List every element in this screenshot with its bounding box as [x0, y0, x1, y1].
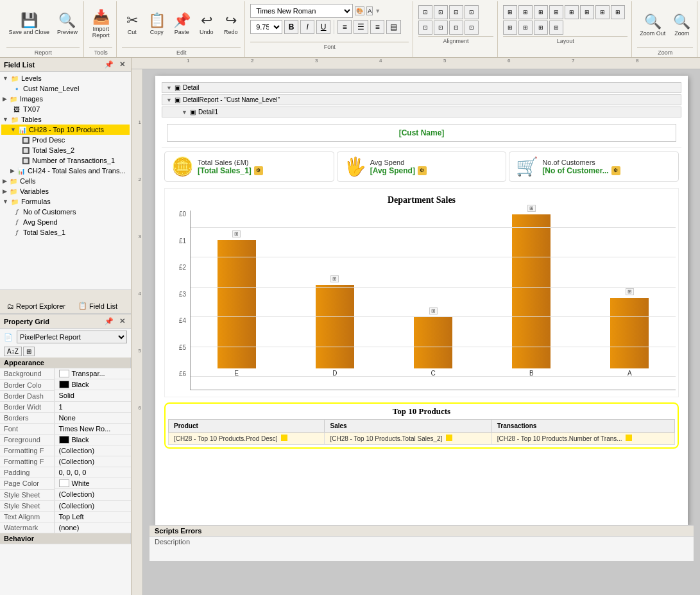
paste-button[interactable]: 📌 Paste [170, 12, 194, 37]
layout-btn-7[interactable]: ⊞ [595, 5, 610, 19]
font-color2-btn[interactable]: A [366, 6, 373, 15]
prop-borders-value[interactable]: None [55, 412, 131, 423]
zoom-in-button[interactable]: 🔍 Zoom [670, 13, 694, 39]
prod-desc-badge[interactable] [281, 435, 287, 441]
preview-button[interactable]: 🔍 Preview [54, 12, 81, 37]
field-list-close-btn[interactable]: ✕ [117, 60, 127, 69]
detail1-section-header[interactable]: ▼ ▣ Detail1 [162, 107, 681, 117]
layout-btn-4[interactable]: ⊞ [549, 5, 563, 19]
undo-button[interactable]: ↩ Undo [195, 12, 218, 37]
tree-item-prod-desc[interactable]: 🔲 Prod Desc [1, 135, 130, 145]
tree-item-tx07[interactable]: 🖼 TX07 [1, 104, 130, 114]
justify-btn[interactable]: ▤ [386, 20, 401, 34]
align-btn-2[interactable]: ⊡ [434, 5, 448, 19]
prop-border-color-value[interactable]: Black [55, 379, 131, 390]
kpi-total-sales-badge[interactable]: ⚙ [254, 166, 263, 175]
prop-border-width-value[interactable]: 1 [55, 401, 131, 412]
prop-page-color-value[interactable]: White [55, 478, 131, 489]
import-report-button[interactable]: 📥 ImportReport [89, 8, 113, 40]
prop-background-value[interactable]: Transpar... [55, 368, 131, 379]
kpi-avg-spend-value[interactable]: [Avg Spend] [370, 166, 415, 175]
tree-item-total-sales1[interactable]: 𝑓 Total Sales_1 [1, 227, 130, 237]
num-trans-badge[interactable] [626, 435, 632, 441]
detail-report-section-header[interactable]: ▼ ▣ DetailReport - "Cust Name_Level" [162, 94, 681, 105]
tree-item-cust-name-level[interactable]: 🔹 Cust Name_Level [1, 83, 130, 94]
prop-grid-pin-btn[interactable]: 📌 [103, 316, 115, 326]
layout-btn-2[interactable]: ⊞ [518, 5, 533, 19]
tree-item-cells[interactable]: ▶ 📁 Cells [1, 176, 130, 186]
prop-grid-close-btn[interactable]: ✕ [117, 316, 127, 326]
kpi-customers-badge[interactable]: ⚙ [611, 166, 620, 175]
align-btn-4[interactable]: ⊡ [465, 5, 479, 19]
bold-button[interactable]: B [284, 20, 298, 34]
align-btn-1[interactable]: ⊡ [418, 5, 432, 19]
cut-button[interactable]: ✂ Cut [121, 12, 144, 37]
detail-section-header[interactable]: ▼ ▣ Detail [162, 82, 681, 93]
tree-item-variables[interactable]: ▶ 📁 Variables [1, 186, 130, 196]
align-btn-3[interactable]: ⊡ [449, 5, 463, 19]
tree-item-ch28[interactable]: ▼ 📊 CH28 - Top 10 Products [1, 125, 130, 135]
layout-btn-8[interactable]: ⊞ [611, 5, 625, 19]
kpi-total-sales-value[interactable]: [Total Sales_1] [198, 166, 252, 175]
tree-item-total-sales2[interactable]: 🔲 Total Sales_2 [1, 145, 130, 155]
total-sales-badge[interactable] [446, 435, 452, 441]
prop-foreground-value[interactable]: Black [55, 435, 131, 445]
kpi-avg-spend-badge[interactable]: ⚙ [418, 166, 427, 175]
prop-style-sheet2-value[interactable]: (Collection) [55, 500, 131, 511]
zoom-out-button[interactable]: 🔍 Zoom Out [636, 13, 669, 39]
kpi-customers-value[interactable]: [No of Customer... [542, 166, 608, 175]
prop-border-dash-value[interactable]: Solid [55, 390, 131, 401]
field-list-pin-btn[interactable]: 📌 [103, 60, 115, 69]
field-list-tab[interactable]: 📋 Field List [73, 300, 123, 312]
report-explorer-tab[interactable]: 🗂 Report Explorer [1, 300, 71, 312]
layout-btn-9[interactable]: ⊞ [503, 21, 517, 35]
field-prod-desc[interactable]: [CH28 - Top 10 Products.Prod Desc] [169, 433, 325, 445]
align-btn-5[interactable]: ⊡ [418, 21, 432, 35]
prop-text-align-value[interactable]: Top Left [55, 511, 131, 522]
font-color-btn[interactable]: 🎨 [355, 6, 364, 15]
font-size-select[interactable]: 9.75 [250, 20, 282, 34]
tree-item-no-customers[interactable]: 𝑓 No of Customers [1, 207, 130, 217]
tree-item-formulas[interactable]: ▼ 📁 Formulas [1, 196, 130, 207]
align-right-btn[interactable]: ≡ [370, 20, 384, 34]
prop-object-select[interactable]: PixelPerfect Report [17, 331, 127, 343]
layout-btn-10[interactable]: ⊞ [518, 21, 533, 35]
prop-formatting2-value[interactable]: (Collection) [55, 456, 131, 467]
redo-button[interactable]: ↪ Redo [219, 12, 243, 37]
underline-button[interactable]: U [316, 20, 330, 34]
align-btn-8[interactable]: ⊡ [465, 21, 479, 35]
copy-button[interactable]: 📋 Copy [145, 12, 169, 37]
field-list-scrollbar[interactable] [0, 289, 131, 298]
prop-watermark-value[interactable]: (none) [55, 522, 131, 533]
prop-font-value[interactable]: Times New Ro... [55, 423, 131, 434]
layout-btn-12[interactable]: ⊞ [549, 21, 563, 35]
layout-btn-1[interactable]: ⊞ [503, 5, 517, 19]
cust-name-field[interactable]: [Cust Name] [167, 124, 676, 142]
tree-item-num-trans[interactable]: 🔲 Number of Transactions_1 [1, 155, 130, 166]
prop-padding-value[interactable]: 0, 0, 0, 0 [55, 467, 131, 478]
prop-cat-btn[interactable]: ⊞ [23, 347, 35, 356]
layout-btn-5[interactable]: ⊞ [565, 5, 579, 19]
tree-item-images[interactable]: ▶ 📁 Images [1, 94, 130, 104]
tree-item-tables[interactable]: ▼ 📁 Tables [1, 114, 130, 125]
layout-btn-6[interactable]: ⊞ [580, 5, 594, 19]
align-center-btn[interactable]: ☰ [354, 20, 368, 34]
font-group-label: Font [250, 42, 409, 50]
prop-style-sheet1-value[interactable]: (Collection) [55, 489, 131, 500]
align-btn-6[interactable]: ⊡ [434, 21, 448, 35]
field-num-trans[interactable]: [CH28 - Top 10 Products.Number of Trans.… [491, 433, 674, 445]
tree-item-avg-spend[interactable]: 𝑓 Avg Spend [1, 217, 130, 227]
tree-item-levels[interactable]: ▼ 📁 Levels [1, 73, 130, 83]
save-close-button[interactable]: 💾 Save and Close [5, 12, 53, 37]
tree-item-ch24[interactable]: ▶ 📊 CH24 - Total Sales and Trans... [1, 166, 130, 176]
cut-label: Cut [128, 29, 137, 35]
align-btn-7[interactable]: ⊡ [449, 21, 463, 35]
align-left-btn[interactable]: ≡ [337, 20, 352, 34]
italic-button[interactable]: I [300, 20, 314, 34]
font-name-select[interactable]: Times New Roman [250, 4, 353, 18]
prop-alpha-btn[interactable]: A↕Z [4, 347, 22, 356]
layout-btn-3[interactable]: ⊞ [534, 5, 548, 19]
field-total-sales[interactable]: [CH28 - Top 10 Products.Total Sales_2] [325, 433, 491, 445]
prop-formatting1-value[interactable]: (Collection) [55, 445, 131, 456]
layout-btn-11[interactable]: ⊞ [534, 21, 548, 35]
